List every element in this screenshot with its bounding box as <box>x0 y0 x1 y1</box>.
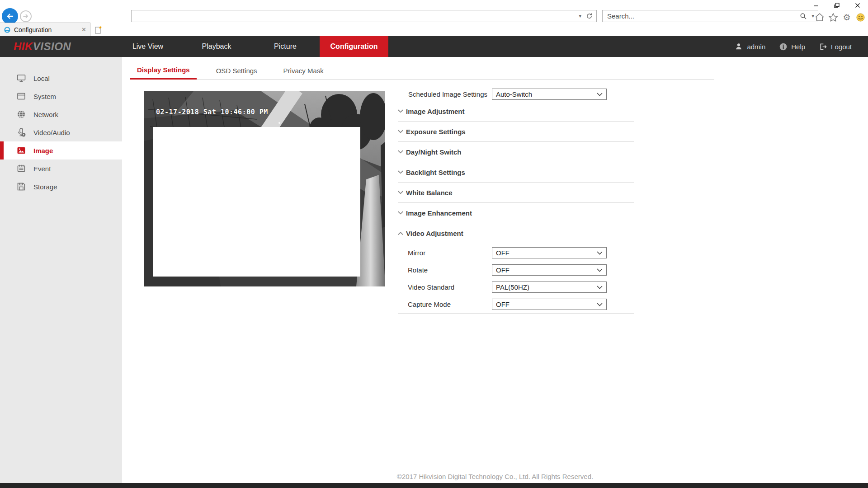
sidebar-label: Video/Audio <box>33 129 70 136</box>
chevron-down-icon <box>398 211 403 215</box>
chevron-down-icon <box>398 170 403 174</box>
chevron-down-icon <box>597 251 603 255</box>
section-title: White Balance <box>406 189 453 197</box>
video-standard-label: Video Standard <box>408 282 454 293</box>
sidebar: Local System Network Video/Au <box>0 57 122 483</box>
sidebar-label: Network <box>33 111 58 118</box>
settings-accordion: Image Adjustment Exposure Settings Day/N… <box>398 101 634 244</box>
back-arrow-icon <box>5 12 14 21</box>
feedback-smiley-icon[interactable] <box>854 12 866 23</box>
logo-vision-text: VISION <box>33 40 71 53</box>
user-icon <box>734 42 743 51</box>
chevron-down-icon <box>398 150 403 154</box>
main-content: Display Settings OSD Settings Privacy Ma… <box>122 57 868 483</box>
username-label: admin <box>747 43 765 51</box>
nav-configuration[interactable]: Configuration <box>320 36 388 57</box>
screen: ▾ ▾ <box>0 0 868 488</box>
sidebar-item-event[interactable]: Event <box>0 160 122 178</box>
camera-preview: 02-17-2018 Sat 10:46:00 PM <box>144 91 385 286</box>
help-button[interactable]: Help <box>779 42 805 51</box>
window-controls <box>809 1 864 10</box>
tab-close-icon[interactable]: ✕ <box>81 26 86 33</box>
section-title: Image Enhancement <box>406 209 472 217</box>
copyright-footer: ©2017 Hikvision Digital Technology Co., … <box>122 473 868 480</box>
picture-icon <box>16 145 26 155</box>
settings-tabs: Display Settings OSD Settings Privacy Ma… <box>130 61 714 80</box>
browser-forward-button[interactable] <box>20 10 32 22</box>
nav-live-view[interactable]: Live View <box>113 36 182 57</box>
logo-hik-text: HIK <box>14 40 33 53</box>
section-backlight-settings[interactable]: Backlight Settings <box>398 162 634 183</box>
window-icon <box>16 91 26 101</box>
new-tab-button[interactable] <box>93 24 104 35</box>
section-title: Day/Night Switch <box>406 148 462 156</box>
sidebar-item-network[interactable]: Network <box>0 105 122 123</box>
tab-display-settings[interactable]: Display Settings <box>130 61 197 80</box>
sidebar-label: Local <box>33 75 50 82</box>
search-icon[interactable] <box>800 13 807 20</box>
settings-gear-icon[interactable]: ⚙ <box>841 12 853 23</box>
browser-back-button[interactable] <box>2 8 18 24</box>
address-input[interactable] <box>132 13 579 20</box>
sidebar-item-storage[interactable]: Storage <box>0 178 122 196</box>
logout-icon <box>819 42 827 51</box>
microphone-icon <box>16 127 26 137</box>
window-restore-button[interactable] <box>830 1 844 10</box>
nav-picture[interactable]: Picture <box>251 36 320 57</box>
home-icon[interactable] <box>814 12 826 23</box>
search-input[interactable] <box>603 12 800 20</box>
tab-title: Configuration <box>14 26 78 33</box>
sidebar-label: Event <box>33 165 51 173</box>
chevron-up-icon <box>398 232 403 235</box>
address-bar[interactable]: ▾ <box>131 10 597 22</box>
section-image-enhancement[interactable]: Image Enhancement <box>398 203 634 223</box>
floppy-icon <box>16 182 26 192</box>
tab-privacy-mask[interactable]: Privacy Mask <box>277 61 330 80</box>
info-icon <box>779 42 788 51</box>
window-close-button[interactable] <box>851 1 864 10</box>
window-bottom-edge <box>0 483 868 488</box>
logout-label: Logout <box>831 43 852 51</box>
sidebar-item-image[interactable]: Image <box>0 141 122 160</box>
capture-mode-label: Capture Mode <box>408 299 451 310</box>
sidebar-label: System <box>33 93 56 100</box>
section-white-balance[interactable]: White Balance <box>398 183 634 203</box>
scheduled-image-settings-select[interactable]: Auto-Switch <box>492 89 607 100</box>
video-standard-select[interactable]: PAL(50HZ) <box>492 282 607 293</box>
browser-tab-configuration[interactable]: Configuration ✕ <box>0 23 90 36</box>
rotate-select[interactable]: OFF <box>492 264 607 276</box>
hikvision-logo: HIKVISION <box>14 36 71 57</box>
select-value: OFF <box>492 249 597 257</box>
notepad-icon <box>16 164 26 174</box>
help-label: Help <box>791 43 805 51</box>
section-title: Video Adjustment <box>406 230 463 237</box>
privacy-mask-overlay <box>153 127 360 277</box>
section-exposure-settings[interactable]: Exposure Settings <box>398 122 634 142</box>
mirror-select[interactable]: OFF <box>492 247 607 258</box>
forward-arrow-icon <box>22 13 29 20</box>
select-value: Auto-Switch <box>492 90 597 98</box>
tab-osd-settings[interactable]: OSD Settings <box>209 61 264 80</box>
section-day-night-switch[interactable]: Day/Night Switch <box>398 142 634 162</box>
search-box[interactable]: ▾ <box>602 10 818 22</box>
sidebar-item-local[interactable]: Local <box>0 69 122 87</box>
globe-icon <box>16 109 26 119</box>
main-nav: Live View Playback Picture Configuration <box>113 36 388 57</box>
sidebar-item-system[interactable]: System <box>0 87 122 105</box>
ie-logo-icon <box>4 26 11 33</box>
nav-playback[interactable]: Playback <box>182 36 251 57</box>
address-dropdown-icon[interactable]: ▾ <box>579 13 581 19</box>
section-image-adjustment[interactable]: Image Adjustment <box>398 101 634 122</box>
logout-button[interactable]: Logout <box>819 42 852 51</box>
section-title: Backlight Settings <box>406 169 465 176</box>
chevron-down-icon <box>597 268 603 272</box>
favorites-star-icon[interactable] <box>827 12 839 23</box>
capture-mode-select[interactable]: OFF <box>492 299 607 310</box>
window-minimize-button[interactable] <box>809 1 823 10</box>
monitor-icon <box>16 73 26 83</box>
select-value: PAL(50HZ) <box>492 283 597 291</box>
refresh-icon[interactable] <box>586 13 593 19</box>
scheduled-image-settings-label: Scheduled Image Settings <box>398 89 487 100</box>
section-video-adjustment[interactable]: Video Adjustment <box>398 223 634 244</box>
sidebar-item-video-audio[interactable]: Video/Audio <box>0 123 122 141</box>
